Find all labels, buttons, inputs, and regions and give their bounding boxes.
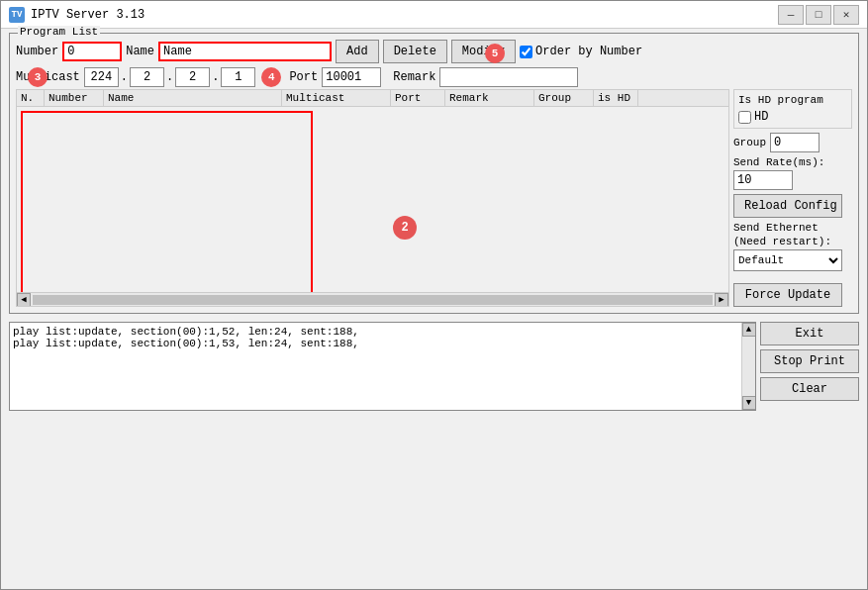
sendrate-input[interactable]	[733, 170, 793, 190]
log-scroll-up[interactable]: ▲	[742, 323, 756, 337]
titlebar: TV IPTV Server 3.13 — □ ✕	[1, 1, 867, 29]
dot-3: .	[211, 70, 220, 84]
multicast-inputs: . . .	[84, 67, 256, 87]
ethernet-dropdown[interactable]: Default eth0 eth1	[733, 249, 842, 271]
close-button[interactable]: ✕	[833, 5, 859, 25]
table-body[interactable]: 2	[17, 107, 728, 292]
sendrate-section: Send Rate(ms):	[733, 156, 852, 190]
badge-3: 3	[28, 67, 48, 87]
app-icon: TV	[9, 7, 25, 23]
send-ethernet-label-2: (Need restart):	[733, 236, 852, 247]
group-input[interactable]	[770, 133, 820, 152]
maximize-button[interactable]: □	[806, 5, 831, 25]
port-label: Port	[289, 70, 318, 84]
table-header: N. Number Name Multicast Port Remark Gro…	[17, 90, 728, 107]
multicast-label: Multicast	[16, 70, 80, 84]
titlebar-controls: — □ ✕	[778, 5, 859, 25]
log-line-2: play list:update, section(00):1,53, len:…	[13, 338, 739, 349]
hd-section: Is HD program HD	[733, 89, 852, 129]
clear-button[interactable]: Clear	[760, 377, 859, 401]
bottom-buttons: Exit Stop Print Clear	[760, 322, 859, 411]
scroll-thumb[interactable]	[33, 295, 713, 305]
number-label: Number	[16, 45, 58, 58]
stop-print-button[interactable]: Stop Print	[760, 349, 859, 373]
multicast-input-1[interactable]	[84, 67, 119, 87]
order-by-number-label: Order by Number	[520, 45, 642, 58]
window-title: IPTV Server 3.13	[31, 8, 145, 22]
badge-2: 2	[393, 216, 417, 240]
log-line-1: play list:update, section(00):1,52, len:…	[13, 326, 739, 338]
order-by-number-checkbox[interactable]	[520, 46, 532, 58]
log-area: play list:update, section(00):1,52, len:…	[9, 322, 756, 411]
multicast-input-3[interactable]	[175, 67, 210, 87]
badge-5: 5	[485, 44, 505, 63]
col-header-remark: Remark	[445, 90, 534, 106]
highlighted-selection-box	[21, 111, 313, 292]
multicast-input-4[interactable]	[221, 67, 255, 87]
horizontal-scrollbar[interactable]: ◀ ▶	[17, 292, 728, 306]
reload-config-button[interactable]: Reload Config	[733, 194, 842, 218]
main-window: TV IPTV Server 3.13 — □ ✕ Program List 3…	[0, 0, 868, 590]
col-header-port: Port	[391, 90, 445, 106]
top-row: Number Name Add Delete Modify Order by N…	[16, 40, 852, 63]
program-list-container: Program List 3 5 Number Name Add Delete …	[9, 33, 859, 318]
hd-section-title: Is HD program	[738, 94, 847, 106]
number-input[interactable]	[62, 42, 122, 61]
log-scrollbar[interactable]: ▲ ▼	[741, 323, 755, 410]
bottom-panel: play list:update, section(00):1,52, len:…	[9, 322, 859, 411]
exit-button[interactable]: Exit	[760, 322, 859, 345]
delete-button[interactable]: Delete	[383, 40, 447, 63]
remark-input[interactable]	[439, 67, 578, 87]
dot-1: .	[120, 70, 129, 84]
program-list-group: Program List 3 5 Number Name Add Delete …	[9, 33, 859, 314]
col-header-number: Number	[45, 90, 104, 106]
modify-button[interactable]: Modify	[451, 40, 516, 63]
main-content: Program List 3 5 Number Name Add Delete …	[1, 29, 867, 589]
col-header-ishd: is HD	[594, 90, 638, 106]
sendrate-label: Send Rate(ms):	[733, 156, 852, 168]
col-header-n: N.	[17, 90, 45, 106]
right-panel: Is HD program HD Group	[733, 89, 852, 307]
dot-2: .	[165, 70, 174, 84]
group-section: Group	[733, 133, 852, 152]
send-ethernet-section: Send Ethernet (Need restart): Default et…	[733, 222, 852, 271]
log-scroll-down[interactable]: ▼	[742, 396, 756, 410]
col-header-name: Name	[104, 90, 282, 106]
port-input[interactable]	[322, 67, 381, 87]
badge-4: 4	[261, 67, 281, 87]
col-header-multicast: Multicast	[282, 90, 391, 106]
add-button[interactable]: Add	[336, 40, 379, 63]
remark-label: Remark	[393, 70, 435, 84]
force-update-button[interactable]: Force Update	[733, 283, 842, 307]
second-row: Multicast . . . 4 Port Remark	[16, 67, 852, 87]
multicast-input-2[interactable]	[130, 67, 164, 87]
minimize-button[interactable]: —	[778, 5, 804, 25]
hd-checkbox[interactable]	[738, 111, 751, 124]
table-area: N. Number Name Multicast Port Remark Gro…	[16, 89, 729, 307]
hd-checkbox-label: HD	[738, 110, 847, 124]
col-header-group: Group	[534, 90, 594, 106]
name-label: Name	[126, 45, 154, 58]
scroll-right-arrow[interactable]: ▶	[715, 293, 728, 307]
titlebar-left: TV IPTV Server 3.13	[9, 7, 145, 23]
program-list-label: Program List	[18, 26, 100, 38]
hd-label: HD	[754, 110, 768, 124]
group-label: Group	[733, 137, 766, 148]
send-ethernet-label-1: Send Ethernet	[733, 222, 852, 234]
scroll-left-arrow[interactable]: ◀	[17, 293, 31, 307]
name-input[interactable]	[158, 42, 332, 61]
main-area: N. Number Name Multicast Port Remark Gro…	[16, 89, 852, 307]
